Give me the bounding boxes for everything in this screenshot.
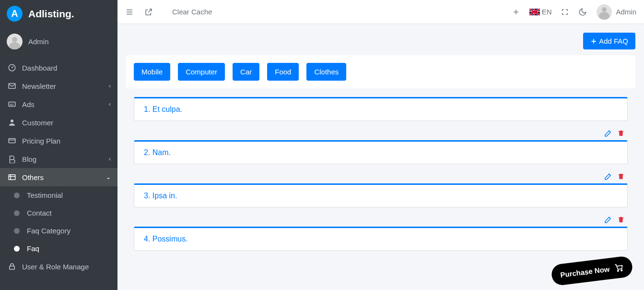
topbar-user[interactable]: Admin [597,4,636,20]
edit-icon[interactable] [604,129,612,137]
svg-point-20 [621,270,622,271]
svg-text:ad: ad [10,103,14,106]
card-icon [7,136,17,145]
plus-icon[interactable] [512,8,520,16]
flag-uk-icon [529,9,540,15]
user-icon [7,118,17,127]
cart-icon [613,262,624,273]
faq-row: 2. Nam. [134,127,628,164]
sidebar-item-label: Dashboard [22,64,111,72]
chevron-left-icon: ‹ [109,156,111,162]
dashboard-icon [7,63,17,72]
clear-cache-button[interactable]: Clear Cache [172,8,212,16]
faq-row: 1. Et culpa. [134,97,628,121]
svg-point-1 [12,67,12,68]
trash-icon[interactable] [617,129,625,137]
sidebar-item-label: Blog [22,155,109,163]
avatar [7,34,23,49]
tab-car[interactable]: Car [233,63,259,81]
faq-item[interactable]: 4. Possimus. [134,227,628,251]
trash-icon[interactable] [617,172,625,181]
sidebar-user[interactable]: Admin [0,28,117,56]
ad-icon: ad [7,100,17,109]
main: Clear Cache EN Admin [117,0,644,290]
blog-icon [7,155,17,163]
sidebar-item-others[interactable]: Others ⌄ [0,168,117,186]
faq-item[interactable]: 3. Ipsa in. [134,183,628,207]
lock-icon [7,262,17,271]
add-faq-button[interactable]: Add FAQ [583,33,635,49]
menu-toggle-icon[interactable] [125,8,134,16]
edit-icon[interactable] [604,172,612,181]
faq-row: 3. Ipsa in. [134,170,628,207]
sidebar-item-label: Others [22,173,106,181]
sidebar-item-faq-category[interactable]: Faq Category [0,222,117,240]
faq-actions [134,127,628,140]
sidebar-item-newsletter[interactable]: Newsletter ‹ [0,77,117,95]
bullet-icon [12,246,22,252]
faq-list: 1. Et culpa. 2. Nam. [126,97,635,251]
avatar [597,4,612,20]
svg-point-5 [11,120,13,122]
add-faq-label: Add FAQ [599,37,628,45]
tab-computer[interactable]: Computer [178,63,225,81]
faq-item[interactable]: 1. Et culpa. [134,97,628,121]
brand-name: Adlisting. [28,8,74,20]
svg-rect-11 [10,266,15,269]
trash-icon[interactable] [617,215,625,224]
fullscreen-icon[interactable] [561,8,569,16]
topbar: Clear Cache EN Admin [117,0,644,24]
faq-actions [134,213,628,227]
sidebar-item-testimonial[interactable]: Testimonial [0,186,117,204]
sidebar-nav: Dashboard Newsletter ‹ ad Ads ‹ [0,56,117,278]
sidebar-item-contact[interactable]: Contact [0,204,117,222]
chevron-down-icon: ⌄ [106,174,111,181]
sidebar-item-label: Faq [27,244,111,253]
language-code: EN [542,8,552,16]
tab-food[interactable]: Food [267,63,299,81]
content: Add FAQ Mobile Computer Car Food Clothes… [117,24,644,265]
sidebar-item-faq[interactable]: Faq [0,240,117,257]
faq-item[interactable]: 2. Nam. [134,140,628,164]
external-link-icon[interactable] [144,8,153,16]
moon-icon[interactable] [578,8,587,16]
sidebar-item-label: Faq Category [27,227,111,235]
sidebar-item-ads[interactable]: ad Ads ‹ [0,95,117,113]
svg-rect-8 [9,175,15,180]
topbar-user-name: Admin [616,8,636,16]
faq-row: 4. Possimus. [134,213,628,251]
sidebar-item-label: Contact [27,209,111,217]
bullet-icon [12,228,22,234]
sidebar-item-blog[interactable]: Blog ‹ [0,150,117,168]
tab-mobile[interactable]: Mobile [134,63,170,81]
sidebar-item-label: User & Role Manage [22,263,111,271]
svg-point-19 [618,270,619,272]
sidebar-item-pricing[interactable]: Pricing Plan [0,132,117,150]
plus-icon [590,38,597,45]
tab-clothes[interactable]: Clothes [306,63,346,81]
sidebar-item-label: Customer [22,119,111,127]
sidebar: A Adlisting. Admin Dashboard Newsletter … [0,0,117,290]
sidebar-item-label: Ads [22,100,109,109]
envelope-icon [7,82,17,90]
tabs-card: Mobile Computer Car Food Clothes [126,55,635,88]
sidebar-item-label: Pricing Plan [22,137,111,145]
chevron-left-icon: ‹ [109,83,111,89]
bullet-icon [12,210,22,216]
sidebar-user-name: Admin [28,37,49,46]
list-icon [7,173,17,181]
sidebar-item-customer[interactable]: Customer [0,113,117,132]
sidebar-item-label: Testimonial [27,191,111,199]
bullet-icon [12,193,22,198]
edit-icon[interactable] [604,215,612,224]
svg-rect-6 [9,139,15,143]
brand[interactable]: A Adlisting. [0,0,117,28]
category-tabs: Mobile Computer Car Food Clothes [134,63,628,81]
sidebar-submenu-others: Testimonial Contact Faq Category Faq [0,186,117,257]
sidebar-item-label: Newsletter [22,82,109,90]
purchase-label: Purchase Now [560,265,610,278]
sidebar-item-user-role[interactable]: User & Role Manage [0,257,117,276]
sidebar-item-dashboard[interactable]: Dashboard [0,59,117,77]
language-selector[interactable]: EN [529,8,552,16]
faq-actions [134,170,628,183]
